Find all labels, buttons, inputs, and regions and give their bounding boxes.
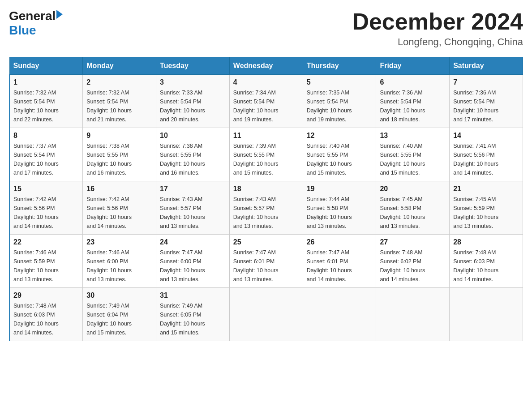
day-number: 23 [86,238,152,246]
day-info: Sunrise: 7:40 AM Sunset: 5:55 PM Dayligh… [307,141,373,177]
calendar-day-cell: 14 Sunrise: 7:41 AM Sunset: 5:56 PM Dayl… [450,128,523,181]
day-header-tuesday: Tuesday [156,57,230,75]
calendar-week-row: 15 Sunrise: 7:42 AM Sunset: 5:56 PM Dayl… [9,181,523,235]
day-number: 28 [453,238,519,246]
day-info: Sunrise: 7:38 AM Sunset: 5:55 PM Dayligh… [160,141,226,177]
calendar-header-row: SundayMondayTuesdayWednesdayThursdayFrid… [9,57,523,75]
location: Longfeng, Chongqing, China [352,36,523,48]
calendar-day-cell: 11 Sunrise: 7:39 AM Sunset: 5:55 PM Dayl… [229,128,303,181]
day-info: Sunrise: 7:32 AM Sunset: 5:54 PM Dayligh… [86,88,152,124]
calendar-day-cell: 17 Sunrise: 7:43 AM Sunset: 5:57 PM Dayl… [156,181,230,235]
calendar-table: SundayMondayTuesdayWednesdayThursdayFrid… [9,57,523,341]
calendar-day-cell: 31 Sunrise: 7:49 AM Sunset: 6:05 PM Dayl… [156,288,230,341]
day-info: Sunrise: 7:46 AM Sunset: 6:00 PM Dayligh… [86,248,152,284]
day-number: 8 [13,132,79,140]
day-number: 30 [86,291,152,300]
day-info: Sunrise: 7:41 AM Sunset: 5:56 PM Dayligh… [453,141,519,177]
day-info: Sunrise: 7:33 AM Sunset: 5:54 PM Dayligh… [160,88,226,124]
day-header-monday: Monday [83,57,156,75]
day-info: Sunrise: 7:40 AM Sunset: 5:55 PM Dayligh… [380,141,446,177]
day-number: 21 [453,185,519,193]
title-block: December 2024 Longfeng, Chongqing, China [352,9,523,48]
day-number: 16 [86,185,152,193]
day-number: 2 [86,78,152,86]
day-number: 14 [453,132,519,140]
calendar-day-cell: 12 Sunrise: 7:40 AM Sunset: 5:55 PM Dayl… [303,128,376,181]
calendar-day-cell: 9 Sunrise: 7:38 AM Sunset: 5:55 PM Dayli… [83,128,156,181]
calendar-day-cell: 15 Sunrise: 7:42 AM Sunset: 5:56 PM Dayl… [9,181,83,235]
calendar-week-row: 8 Sunrise: 7:37 AM Sunset: 5:54 PM Dayli… [9,128,523,181]
day-info: Sunrise: 7:38 AM Sunset: 5:55 PM Dayligh… [86,141,152,177]
day-header-wednesday: Wednesday [229,57,303,75]
day-number: 17 [160,185,226,193]
calendar-day-cell: 5 Sunrise: 7:35 AM Sunset: 5:54 PM Dayli… [303,75,376,128]
logo-arrow-icon [56,10,63,19]
day-number: 5 [307,78,373,86]
calendar-day-cell: 4 Sunrise: 7:34 AM Sunset: 5:54 PM Dayli… [229,75,303,128]
day-info: Sunrise: 7:42 AM Sunset: 5:56 PM Dayligh… [86,195,152,231]
calendar-day-cell [376,288,450,341]
calendar-day-cell [303,288,376,341]
day-info: Sunrise: 7:47 AM Sunset: 6:00 PM Dayligh… [160,248,226,284]
day-info: Sunrise: 7:47 AM Sunset: 6:01 PM Dayligh… [233,248,299,284]
day-info: Sunrise: 7:37 AM Sunset: 5:54 PM Dayligh… [13,141,79,177]
day-number: 7 [453,78,519,86]
day-info: Sunrise: 7:49 AM Sunset: 6:05 PM Dayligh… [160,301,226,337]
day-info: Sunrise: 7:32 AM Sunset: 5:54 PM Dayligh… [13,88,79,124]
calendar-day-cell: 16 Sunrise: 7:42 AM Sunset: 5:56 PM Dayl… [83,181,156,235]
calendar-day-cell: 6 Sunrise: 7:36 AM Sunset: 5:54 PM Dayli… [376,75,450,128]
calendar-day-cell: 8 Sunrise: 7:37 AM Sunset: 5:54 PM Dayli… [9,128,83,181]
calendar-day-cell: 21 Sunrise: 7:45 AM Sunset: 5:59 PM Dayl… [450,181,523,235]
day-header-friday: Friday [376,57,450,75]
calendar-day-cell: 28 Sunrise: 7:48 AM Sunset: 6:03 PM Dayl… [450,235,523,288]
calendar-day-cell [450,288,523,341]
calendar-day-cell: 13 Sunrise: 7:40 AM Sunset: 5:55 PM Dayl… [376,128,450,181]
day-info: Sunrise: 7:46 AM Sunset: 5:59 PM Dayligh… [13,248,79,284]
calendar-day-cell: 23 Sunrise: 7:46 AM Sunset: 6:00 PM Dayl… [83,235,156,288]
day-info: Sunrise: 7:43 AM Sunset: 5:57 PM Dayligh… [160,195,226,231]
calendar-day-cell: 30 Sunrise: 7:49 AM Sunset: 6:04 PM Dayl… [83,288,156,341]
month-title: December 2024 [352,9,523,34]
day-number: 25 [233,238,299,246]
day-number: 22 [13,238,79,246]
day-header-saturday: Saturday [450,57,523,75]
day-number: 26 [307,238,373,246]
calendar-day-cell: 26 Sunrise: 7:47 AM Sunset: 6:01 PM Dayl… [303,235,376,288]
day-info: Sunrise: 7:47 AM Sunset: 6:01 PM Dayligh… [307,248,373,284]
calendar-week-row: 1 Sunrise: 7:32 AM Sunset: 5:54 PM Dayli… [9,75,523,128]
day-info: Sunrise: 7:49 AM Sunset: 6:04 PM Dayligh… [86,301,152,337]
calendar-day-cell [229,288,303,341]
day-number: 1 [13,78,79,86]
day-number: 20 [380,185,446,193]
calendar-day-cell: 20 Sunrise: 7:45 AM Sunset: 5:58 PM Dayl… [376,181,450,235]
day-number: 10 [160,132,226,140]
day-header-thursday: Thursday [303,57,376,75]
day-number: 4 [233,78,299,86]
day-number: 27 [380,238,446,246]
day-number: 31 [160,291,226,300]
calendar-week-row: 29 Sunrise: 7:48 AM Sunset: 6:03 PM Dayl… [9,288,523,341]
calendar-day-cell: 24 Sunrise: 7:47 AM Sunset: 6:00 PM Dayl… [156,235,230,288]
day-info: Sunrise: 7:36 AM Sunset: 5:54 PM Dayligh… [453,88,519,124]
calendar-day-cell: 22 Sunrise: 7:46 AM Sunset: 5:59 PM Dayl… [9,235,83,288]
day-number: 19 [307,185,373,193]
day-number: 12 [307,132,373,140]
day-info: Sunrise: 7:36 AM Sunset: 5:54 PM Dayligh… [380,88,446,124]
logo-general: General [9,9,56,23]
day-info: Sunrise: 7:39 AM Sunset: 5:55 PM Dayligh… [233,141,299,177]
day-number: 29 [13,291,79,300]
day-info: Sunrise: 7:44 AM Sunset: 5:58 PM Dayligh… [307,195,373,231]
day-header-sunday: Sunday [9,57,83,75]
day-info: Sunrise: 7:45 AM Sunset: 5:59 PM Dayligh… [453,195,519,231]
day-info: Sunrise: 7:43 AM Sunset: 5:57 PM Dayligh… [233,195,299,231]
page-header: General Blue December 2024 Longfeng, Cho… [9,9,523,48]
day-info: Sunrise: 7:45 AM Sunset: 5:58 PM Dayligh… [380,195,446,231]
day-number: 13 [380,132,446,140]
calendar-day-cell: 19 Sunrise: 7:44 AM Sunset: 5:58 PM Dayl… [303,181,376,235]
day-number: 24 [160,238,226,246]
calendar-day-cell: 1 Sunrise: 7:32 AM Sunset: 5:54 PM Dayli… [9,75,83,128]
logo-blue: Blue [9,23,63,38]
day-info: Sunrise: 7:48 AM Sunset: 6:03 PM Dayligh… [453,248,519,284]
day-number: 11 [233,132,299,140]
day-info: Sunrise: 7:48 AM Sunset: 6:03 PM Dayligh… [13,301,79,337]
